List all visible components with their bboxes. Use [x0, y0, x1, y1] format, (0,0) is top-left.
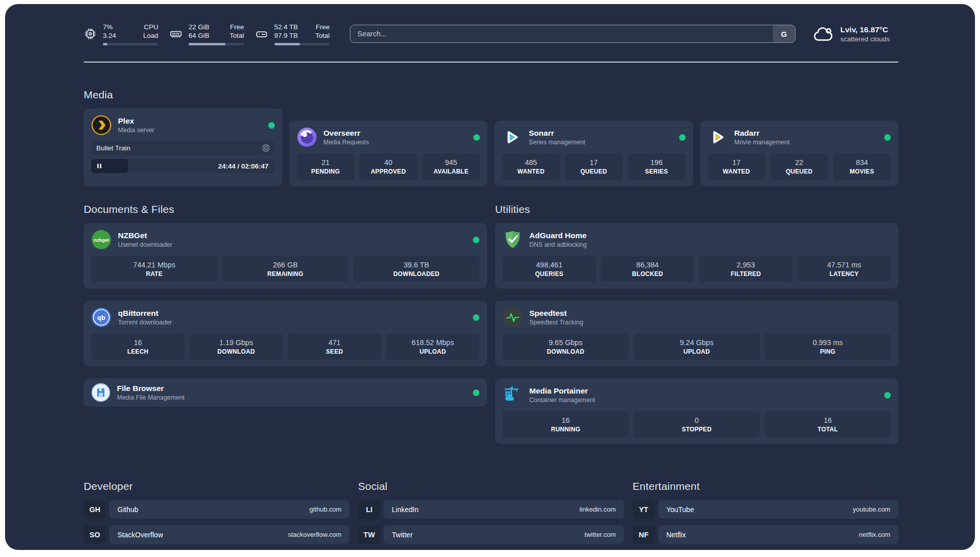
status-online-dot: [473, 389, 479, 396]
section-title: Media: [84, 89, 898, 101]
status-online-dot: [268, 122, 275, 129]
search-input[interactable]: [350, 25, 773, 42]
status-online-dot: [884, 392, 891, 399]
speedtest-icon: [503, 307, 523, 327]
playback-time: 24:44 / 02:06:47: [218, 162, 275, 170]
stat-label: Free: [224, 23, 244, 31]
links-section-developer: DeveloperGHGithubgithub.comSOStackOverfl…: [84, 480, 349, 550]
media-player: Bullet Train24:44 / 02:06:47: [91, 141, 275, 173]
link-abbreviation: YT: [633, 500, 655, 519]
app-card-nzbget[interactable]: nzbgetNZBGetUsenet downloader744.21 Mbps…: [84, 223, 487, 289]
stat-label: LATENCY: [801, 270, 888, 278]
section-title: Developer: [84, 480, 349, 492]
stat-blocked: 86,384BLOCKED: [601, 256, 694, 282]
stat-remaining: 266 GBREMAINING: [222, 256, 348, 282]
app-subtitle: Usenet downloader: [118, 241, 172, 249]
stat-value: 1.19 Gbps: [193, 338, 280, 347]
stat-value: 3.24: [103, 31, 129, 40]
stat-running: 16RUNNING: [503, 411, 629, 437]
app-name: Media Portainer: [529, 386, 595, 396]
stat-label: Total: [310, 31, 330, 40]
link-netflix[interactable]: NFNetflixnetflix.com: [633, 525, 898, 544]
link-url: youtube.com: [853, 506, 890, 513]
overseerr-icon: [297, 127, 317, 147]
stat-label: RUNNING: [506, 425, 626, 433]
app-card-portainer[interactable]: Media PortainerContainer management16RUN…: [495, 378, 898, 444]
app-name: Radarr: [734, 128, 790, 138]
svg-text:nzbget: nzbget: [94, 237, 109, 243]
link-abbreviation: LI: [358, 500, 380, 519]
app-card-overseerr[interactable]: OverseerrMedia Requests21PENDING40APPROV…: [289, 121, 488, 186]
svg-text:qb: qb: [97, 314, 105, 321]
section-documents-files: Documents & FilesnzbgetNZBGetUsenet down…: [84, 203, 487, 444]
stat-available: 945AVAILABLE: [422, 153, 480, 180]
stat-value: 47.571 ms: [801, 260, 888, 269]
link-github[interactable]: GHGithubgithub.com: [84, 500, 349, 519]
link-youtube[interactable]: YTYouTubeyoutube.com: [633, 500, 898, 519]
stat-value: 266 GB: [225, 260, 345, 269]
stat-value: 22 GiB: [189, 23, 215, 31]
portainer-icon: [503, 385, 523, 405]
stat-label: MOVIES: [836, 168, 888, 176]
app-card-speedtest[interactable]: SpeedtestSpeedtest Tracking9.65 GbpsDOWN…: [495, 301, 898, 366]
system-stat-memory: 22 GiB64 GiBFreeTotal: [169, 23, 244, 45]
link-twitter[interactable]: TWTwittertwitter.com: [358, 525, 624, 544]
stat-value: 16: [768, 416, 888, 425]
link-stackoverflow[interactable]: SOStackOverflowstackoverflow.com: [84, 525, 349, 544]
link-name: Github: [117, 506, 138, 514]
app-card-plex[interactable]: PlexMedia serverBullet Train24:44 / 02:0…: [84, 108, 282, 186]
stat-value: 97.9 TB: [274, 31, 300, 40]
app-card-sonarr[interactable]: SonarrSeries management485WANTED17QUEUED…: [495, 121, 693, 186]
stat-label: SERIES: [631, 168, 683, 176]
link-linkedin[interactable]: LILinkedInlinkedin.com: [358, 500, 624, 519]
app-card-filebrowser[interactable]: File BrowserMedia File Management: [84, 378, 487, 407]
stat-value: 9.65 Gbps: [506, 338, 626, 347]
link-name: Netflix: [666, 531, 686, 539]
disk-icon: [255, 27, 268, 40]
progress-bar: [274, 43, 330, 45]
section-title: Utilities: [495, 203, 898, 215]
stat-stopped: 0STOPPED: [634, 411, 760, 437]
link-name: LinkedIn: [392, 506, 418, 514]
system-stats: 7%3.24CPULoad22 GiB64 GiBFreeTotal52.4 T…: [84, 23, 330, 45]
link-abbreviation: TW: [358, 525, 380, 544]
status-online-dot: [473, 314, 479, 321]
stat-value: 17: [711, 158, 763, 167]
dashboard-window: 7%3.24CPULoad22 GiB64 GiBFreeTotal52.4 T…: [5, 4, 975, 550]
radarr-icon: [708, 127, 728, 147]
app-card-adguard[interactable]: AdGuard HomeDNS and adblocking498,461QUE…: [495, 223, 898, 289]
system-stat-storage: 52.4 TB97.9 TBFreeTotal: [255, 23, 330, 45]
stat-value: 744.21 Mbps: [94, 260, 214, 269]
link-url: twitter.com: [585, 531, 616, 538]
stat-value: 9.24 Gbps: [637, 338, 757, 347]
app-card-qbittorrent[interactable]: qbqBittorrentTorrent downloader16LEECH1.…: [84, 301, 487, 366]
stat-value: 0.993 ms: [768, 338, 888, 347]
stat-value: 0: [637, 416, 757, 425]
link-name: StackOverflow: [117, 531, 163, 539]
stat-label: TOTAL: [768, 425, 888, 433]
pause-icon[interactable]: [96, 163, 102, 169]
filebrowser-icon: [91, 383, 110, 402]
links-section-entertainment: EntertainmentYTYouTubeyoutube.comNFNetfl…: [633, 480, 898, 550]
stat-wanted: 17WANTED: [708, 153, 766, 180]
stat-label: UPLOAD: [637, 348, 757, 356]
stat-value: 52.4 TB: [274, 23, 300, 31]
link-abbreviation: SO: [84, 525, 106, 544]
app-name: Overseerr: [324, 128, 369, 138]
session-icon: [262, 144, 270, 152]
link-url: netflix.com: [859, 531, 890, 538]
link-url: github.com: [310, 506, 342, 513]
app-card-radarr[interactable]: RadarrMovie management17WANTED22QUEUED83…: [700, 121, 899, 186]
link-abbreviation: NF: [633, 525, 655, 544]
stat-label: DOWNLOAD: [193, 348, 280, 356]
app-name: Sonarr: [529, 128, 585, 138]
stat-label: WANTED: [711, 168, 763, 176]
search-provider-button[interactable]: G: [773, 25, 795, 42]
link-abbreviation: GH: [84, 500, 106, 519]
links-section-social: SocialLILinkedInlinkedin.comTWTwittertwi…: [358, 480, 624, 550]
stat-movies: 834MOVIES: [833, 153, 891, 180]
ram-icon: [169, 27, 182, 40]
stat-value: 834: [836, 158, 888, 167]
stat-label: FILTERED: [702, 270, 789, 278]
app-subtitle: Torrent downloader: [118, 318, 172, 326]
